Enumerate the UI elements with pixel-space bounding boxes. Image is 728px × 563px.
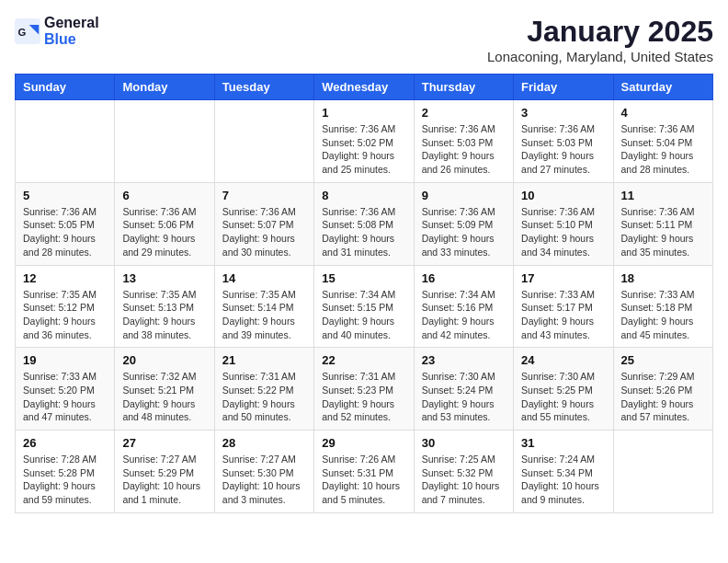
day-number: 26: [23, 436, 107, 450]
calendar-cell: 19Sunrise: 7:33 AM Sunset: 5:20 PM Dayli…: [16, 348, 115, 431]
day-detail: Sunrise: 7:33 AM Sunset: 5:17 PM Dayligh…: [521, 288, 605, 342]
weekday-header-saturday: Saturday: [613, 75, 712, 100]
calendar-cell: 11Sunrise: 7:36 AM Sunset: 5:11 PM Dayli…: [613, 182, 712, 265]
weekday-header-sunday: Sunday: [16, 75, 115, 100]
calendar-cell: 15Sunrise: 7:34 AM Sunset: 5:15 PM Dayli…: [314, 265, 414, 348]
day-detail: Sunrise: 7:33 AM Sunset: 5:20 PM Dayligh…: [23, 370, 107, 424]
day-detail: Sunrise: 7:26 AM Sunset: 5:31 PM Dayligh…: [322, 453, 405, 507]
day-number: 1: [322, 106, 405, 120]
day-number: 18: [621, 271, 705, 285]
calendar-cell: 8Sunrise: 7:36 AM Sunset: 5:08 PM Daylig…: [314, 182, 414, 265]
day-number: 24: [521, 353, 605, 367]
calendar-cell: 16Sunrise: 7:34 AM Sunset: 5:16 PM Dayli…: [414, 265, 513, 348]
logo-icon: G: [15, 18, 40, 44]
calendar-cell: 2Sunrise: 7:36 AM Sunset: 5:03 PM Daylig…: [414, 100, 513, 183]
day-number: 28: [222, 436, 306, 450]
calendar-cell: 27Sunrise: 7:27 AM Sunset: 5:29 PM Dayli…: [115, 431, 214, 513]
day-number: 29: [322, 436, 405, 450]
day-number: 10: [521, 189, 605, 202]
calendar-cell: 1Sunrise: 7:36 AM Sunset: 5:02 PM Daylig…: [314, 100, 414, 183]
day-number: 6: [122, 189, 206, 202]
day-detail: Sunrise: 7:36 AM Sunset: 5:03 PM Dayligh…: [521, 122, 605, 177]
calendar-cell: [214, 100, 313, 183]
page-header: G General Blue January 2025 Lonaconing, …: [15, 15, 713, 64]
day-number: 25: [621, 353, 705, 367]
day-detail: Sunrise: 7:36 AM Sunset: 5:06 PM Dayligh…: [122, 205, 206, 259]
day-detail: Sunrise: 7:25 AM Sunset: 5:32 PM Dayligh…: [422, 453, 506, 507]
calendar-week-row: 5Sunrise: 7:36 AM Sunset: 5:05 PM Daylig…: [16, 182, 713, 265]
day-detail: Sunrise: 7:35 AM Sunset: 5:14 PM Dayligh…: [222, 288, 306, 342]
day-number: 23: [422, 353, 506, 367]
day-number: 3: [521, 106, 605, 120]
weekday-header-thursday: Thursday: [414, 75, 513, 100]
day-number: 22: [322, 353, 405, 367]
day-detail: Sunrise: 7:31 AM Sunset: 5:23 PM Dayligh…: [322, 370, 405, 424]
day-number: 8: [322, 189, 405, 202]
day-number: 27: [122, 436, 206, 450]
day-number: 30: [422, 436, 506, 450]
day-detail: Sunrise: 7:32 AM Sunset: 5:21 PM Dayligh…: [122, 370, 206, 424]
calendar-cell: 6Sunrise: 7:36 AM Sunset: 5:06 PM Daylig…: [115, 182, 214, 265]
month-title: January 2025: [487, 15, 713, 49]
calendar-cell: 31Sunrise: 7:24 AM Sunset: 5:34 PM Dayli…: [514, 431, 613, 513]
calendar-week-row: 12Sunrise: 7:35 AM Sunset: 5:12 PM Dayli…: [16, 265, 713, 348]
calendar-cell: 13Sunrise: 7:35 AM Sunset: 5:13 PM Dayli…: [115, 265, 214, 348]
weekday-header-tuesday: Tuesday: [214, 75, 313, 100]
calendar-cell: 12Sunrise: 7:35 AM Sunset: 5:12 PM Dayli…: [16, 265, 115, 348]
day-detail: Sunrise: 7:35 AM Sunset: 5:12 PM Dayligh…: [23, 288, 107, 342]
calendar-cell: 3Sunrise: 7:36 AM Sunset: 5:03 PM Daylig…: [514, 100, 613, 183]
calendar-cell: 23Sunrise: 7:30 AM Sunset: 5:24 PM Dayli…: [414, 348, 513, 431]
logo: G General Blue: [15, 15, 99, 47]
day-number: 19: [23, 353, 107, 367]
day-number: 9: [422, 189, 506, 202]
calendar-cell: 18Sunrise: 7:33 AM Sunset: 5:18 PM Dayli…: [613, 265, 712, 348]
day-detail: Sunrise: 7:36 AM Sunset: 5:10 PM Dayligh…: [521, 205, 605, 259]
day-detail: Sunrise: 7:27 AM Sunset: 5:30 PM Dayligh…: [222, 453, 306, 507]
calendar-week-row: 26Sunrise: 7:28 AM Sunset: 5:28 PM Dayli…: [16, 431, 713, 513]
day-number: 13: [122, 271, 206, 285]
day-detail: Sunrise: 7:34 AM Sunset: 5:15 PM Dayligh…: [322, 288, 405, 342]
day-number: 7: [222, 189, 306, 202]
calendar-cell: 30Sunrise: 7:25 AM Sunset: 5:32 PM Dayli…: [414, 431, 513, 513]
day-detail: Sunrise: 7:36 AM Sunset: 5:08 PM Dayligh…: [322, 205, 405, 259]
calendar-cell: 4Sunrise: 7:36 AM Sunset: 5:04 PM Daylig…: [613, 100, 712, 183]
day-detail: Sunrise: 7:28 AM Sunset: 5:28 PM Dayligh…: [23, 453, 107, 507]
day-detail: Sunrise: 7:29 AM Sunset: 5:26 PM Dayligh…: [621, 370, 705, 424]
day-number: 20: [122, 353, 206, 367]
weekday-header-wednesday: Wednesday: [314, 75, 414, 100]
calendar-week-row: 1Sunrise: 7:36 AM Sunset: 5:02 PM Daylig…: [16, 100, 713, 183]
day-number: 4: [621, 106, 705, 120]
calendar-cell: 17Sunrise: 7:33 AM Sunset: 5:17 PM Dayli…: [514, 265, 613, 348]
day-detail: Sunrise: 7:30 AM Sunset: 5:25 PM Dayligh…: [521, 370, 605, 424]
day-detail: Sunrise: 7:36 AM Sunset: 5:11 PM Dayligh…: [621, 205, 705, 259]
day-detail: Sunrise: 7:36 AM Sunset: 5:03 PM Dayligh…: [422, 122, 506, 177]
calendar-cell: 24Sunrise: 7:30 AM Sunset: 5:25 PM Dayli…: [514, 348, 613, 431]
day-number: 15: [322, 271, 405, 285]
weekday-header-row: SundayMondayTuesdayWednesdayThursdayFrid…: [16, 75, 713, 100]
calendar-cell: 21Sunrise: 7:31 AM Sunset: 5:22 PM Dayli…: [214, 348, 313, 431]
calendar-cell: 29Sunrise: 7:26 AM Sunset: 5:31 PM Dayli…: [314, 431, 414, 513]
svg-text:G: G: [18, 27, 27, 38]
day-number: 16: [422, 271, 506, 285]
calendar-cell: 9Sunrise: 7:36 AM Sunset: 5:09 PM Daylig…: [414, 182, 513, 265]
calendar-cell: 22Sunrise: 7:31 AM Sunset: 5:23 PM Dayli…: [314, 348, 414, 431]
day-detail: Sunrise: 7:27 AM Sunset: 5:29 PM Dayligh…: [122, 453, 206, 507]
logo-text: General Blue: [44, 15, 99, 47]
calendar-cell: 20Sunrise: 7:32 AM Sunset: 5:21 PM Dayli…: [115, 348, 214, 431]
day-number: 2: [422, 106, 506, 120]
location-title: Lonaconing, Maryland, United States: [487, 49, 713, 64]
calendar-cell: 26Sunrise: 7:28 AM Sunset: 5:28 PM Dayli…: [16, 431, 115, 513]
day-detail: Sunrise: 7:34 AM Sunset: 5:16 PM Dayligh…: [422, 288, 506, 342]
day-detail: Sunrise: 7:31 AM Sunset: 5:22 PM Dayligh…: [222, 370, 306, 424]
day-detail: Sunrise: 7:36 AM Sunset: 5:09 PM Dayligh…: [422, 205, 506, 259]
weekday-header-monday: Monday: [115, 75, 214, 100]
weekday-header-friday: Friday: [514, 75, 613, 100]
day-number: 14: [222, 271, 306, 285]
calendar-cell: [16, 100, 115, 183]
calendar-table: SundayMondayTuesdayWednesdayThursdayFrid…: [15, 74, 713, 513]
day-number: 12: [23, 271, 107, 285]
day-detail: Sunrise: 7:36 AM Sunset: 5:05 PM Dayligh…: [23, 205, 107, 259]
title-section: January 2025 Lonaconing, Maryland, Unite…: [487, 15, 713, 64]
day-number: 5: [23, 189, 107, 202]
calendar-cell: [613, 431, 712, 513]
